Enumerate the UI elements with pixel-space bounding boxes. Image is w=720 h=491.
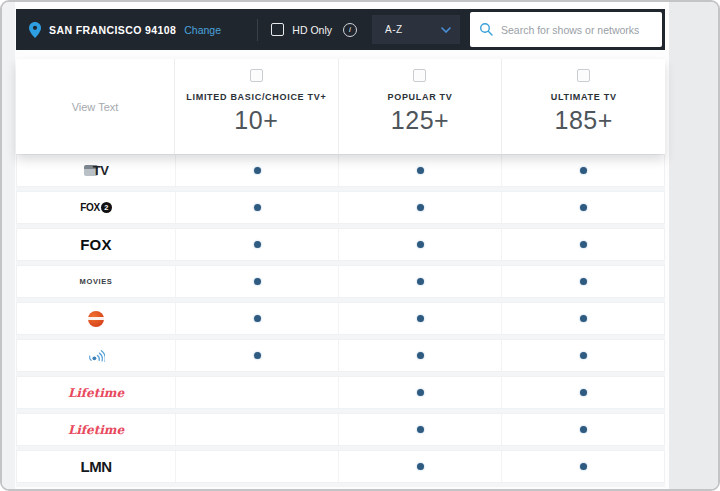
channel-logo-badge: 2 [101, 202, 112, 213]
included-dot [580, 167, 587, 174]
included-dot [254, 241, 261, 248]
location-label: SAN FRANCISCO 94108 [49, 24, 176, 36]
included-dot [580, 389, 587, 396]
included-dot [417, 352, 424, 359]
channel-logo-cell: Lifetime [17, 377, 175, 408]
orange-circle-icon [88, 311, 104, 327]
included-dot [254, 315, 261, 322]
package-cell [501, 229, 664, 260]
included-dot [417, 241, 424, 248]
package-cell [175, 229, 338, 260]
channel-rows: TV FOX 2 FOX [16, 154, 665, 487]
package-channel-count: 185+ [555, 106, 613, 135]
package-cell [501, 414, 664, 445]
package-cell [175, 377, 338, 408]
included-dot [417, 463, 424, 470]
package-cell [501, 340, 664, 371]
package-cell [338, 229, 501, 260]
table-row: TV [16, 154, 665, 187]
channel-logo-text: Lifetime [68, 386, 124, 400]
package-name: LIMITED BASIC/CHOICE TV+ [186, 92, 326, 102]
included-dot [417, 167, 424, 174]
package-cell [338, 303, 501, 334]
included-dot [417, 426, 424, 433]
package-column-limited-basic: LIMITED BASIC/CHOICE TV+ 10+ [174, 59, 338, 154]
lifetime-logo: Lifetime [68, 386, 124, 400]
package-cell [175, 340, 338, 371]
table-row: MOVIES [16, 265, 665, 298]
table-row [16, 339, 665, 372]
sort-dropdown[interactable]: A-Z [372, 15, 460, 44]
hd-only-label: HD Only [292, 24, 332, 36]
toolbar-divider [257, 19, 258, 41]
package-cell [338, 451, 501, 482]
channel-logo-text: FOX [80, 202, 100, 213]
hd-only-checkbox[interactable] [271, 23, 284, 36]
package-checkbox[interactable] [413, 69, 426, 82]
info-icon[interactable]: i [343, 23, 357, 37]
view-text-column: View Text [16, 59, 174, 154]
channel-lineup-page: SAN FRANCISCO 94108 Change HD Only i A-Z… [0, 0, 720, 491]
package-cell [501, 303, 664, 334]
channel-logo-cell: FOX 2 [17, 192, 175, 223]
table-row: FOX [16, 228, 665, 261]
package-cell [338, 266, 501, 297]
package-cell [501, 377, 664, 408]
included-dot [417, 315, 424, 322]
package-cell [338, 155, 501, 186]
channel-logo-cell: TV [17, 155, 175, 186]
channel-logo-text: Lifetime [68, 423, 124, 437]
table-row: Lifetime [16, 376, 665, 409]
lifetime-logo: Lifetime [68, 423, 124, 437]
channel-logo-cell: FOX [17, 229, 175, 260]
included-dot [254, 167, 261, 174]
channel-logo-cell [17, 303, 175, 334]
channel-logo-cell: Lifetime [17, 414, 175, 445]
package-cell [501, 192, 664, 223]
channel-logo-text: FOX [80, 236, 112, 253]
page-background-gutter [669, 2, 718, 489]
package-cell [175, 414, 338, 445]
channel-logo-text: MOVIES [80, 277, 113, 286]
included-dot [580, 315, 587, 322]
package-checkbox[interactable] [250, 69, 263, 82]
search-input[interactable] [470, 12, 662, 47]
included-dot [580, 463, 587, 470]
channel-logo-cell: LMN [17, 451, 175, 482]
change-location-link[interactable]: Change [184, 24, 221, 36]
page-background-strip [2, 2, 15, 489]
table-row: LMN [16, 450, 665, 483]
movies-logo: MOVIES [80, 277, 113, 286]
signal-icon [87, 347, 105, 365]
channel-logo-cell: MOVIES [17, 266, 175, 297]
package-cell [338, 414, 501, 445]
fox-logo: FOX [80, 236, 112, 253]
package-cell [175, 155, 338, 186]
included-dot [254, 278, 261, 285]
package-name: ULTIMATE TV [551, 92, 617, 102]
package-channel-count: 125+ [391, 106, 449, 135]
location-pin-icon [29, 22, 41, 38]
table-row: FOX 2 [16, 191, 665, 224]
package-cell [338, 192, 501, 223]
signal-network-logo [87, 347, 105, 365]
package-column-popular-tv: POPULAR TV 125+ [338, 59, 502, 154]
package-cell [175, 192, 338, 223]
package-column-ultimate-tv: ULTIMATE TV 185+ [501, 59, 665, 154]
table-row [16, 302, 665, 335]
tv-logo: TV [84, 163, 109, 178]
channel-logo-text: LMN [81, 458, 112, 475]
included-dot [417, 389, 424, 396]
included-dot [417, 204, 424, 211]
included-dot [580, 278, 587, 285]
package-checkbox[interactable] [577, 69, 590, 82]
package-cell [338, 377, 501, 408]
included-dot [580, 204, 587, 211]
included-dot [417, 278, 424, 285]
included-dot [580, 241, 587, 248]
package-header: View Text LIMITED BASIC/CHOICE TV+ 10+ P… [16, 59, 665, 154]
package-cell [338, 340, 501, 371]
included-dot [254, 204, 261, 211]
view-text-link[interactable]: View Text [72, 101, 119, 113]
filter-toolbar: SAN FRANCISCO 94108 Change HD Only i A-Z [16, 9, 665, 50]
